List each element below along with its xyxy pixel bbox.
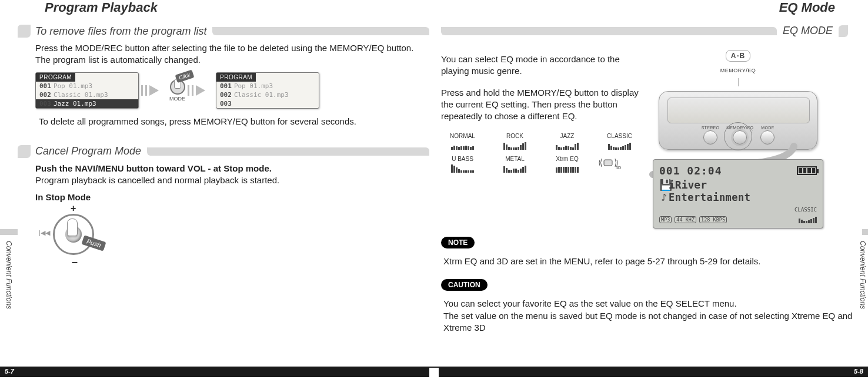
eq-grid: NORMAL ROCK JAZZ CLASSIC U BASS METAL Xt… xyxy=(441,133,641,173)
remove-para: Press the MODE/REC button after selectin… xyxy=(18,42,429,66)
eq-item-xtrm: Xtrm EQ xyxy=(546,156,589,173)
svg-rect-0 xyxy=(604,160,612,166)
eq-item-classic: CLASSIC xyxy=(598,133,641,150)
note-pill: NOTE xyxy=(441,237,475,248)
list-item-selected: 003Jazz 01.mp3 xyxy=(36,99,138,108)
program-illustration-row: PROGRAM 001Pop 01.mp3 002Classic 01.mp3 … xyxy=(35,72,429,109)
plus-icon: + xyxy=(71,203,76,214)
remove-para2: To delete all programmed songs, press ME… xyxy=(18,116,429,127)
eq-item-ubass: U BASS xyxy=(441,156,484,173)
eq-figure-column: A-B MEMORY/EQ STEREO MEMORY/EQ MODE 001 … xyxy=(653,50,823,229)
eq-item-3d: 3D xyxy=(598,156,641,173)
highlight-ring-icon xyxy=(724,122,752,150)
bullet-icon xyxy=(18,25,31,38)
bullet-icon xyxy=(839,25,848,37)
eq-item-jazz: JAZZ xyxy=(546,133,589,150)
section-remove-heading: To remove files from the program list xyxy=(18,25,429,38)
side-label-right: Convenient Functions xyxy=(859,241,867,309)
memory-eq-label: MEMORY/EQ xyxy=(720,68,756,73)
lcd-after: PROGRAM 001Pop 01.mp3 002Classic 01.mp3 … xyxy=(216,72,319,109)
disk-icon: 💾 xyxy=(659,179,669,191)
page-title-right: EQ Mode xyxy=(441,0,853,15)
side-tick-right xyxy=(862,229,868,235)
list-item: 001Pop 01.mp3 xyxy=(36,82,138,90)
list-item: 002Classic 01.mp3 xyxy=(216,90,319,99)
ab-label: A-B xyxy=(726,50,750,62)
chip-khz: 44 KHZ xyxy=(675,216,696,224)
lcd-track-time: 001 02:04 xyxy=(659,164,722,177)
lcd-before: PROGRAM 001Pop 01.mp3 002Classic 01.mp3 … xyxy=(35,72,139,109)
lcd-line2: ♪Entertainment xyxy=(659,192,817,203)
eq-item-normal: NORMAL xyxy=(441,133,484,150)
eq-item-rock: ROCK xyxy=(493,133,536,150)
eq-para1: You can select EQ mode in accordance to … xyxy=(441,53,641,78)
lcd-head: PROGRAM xyxy=(36,73,75,82)
section-line xyxy=(147,147,429,156)
mode-button-illustration: Click MODE xyxy=(169,79,185,102)
eq-item-metal: METAL xyxy=(493,156,536,173)
note-text: Xtrm EQ and 3D are set in the MENU, refe… xyxy=(443,256,853,267)
page-number-right: 5-8 xyxy=(849,367,868,376)
chip-mp3: MP3 xyxy=(659,216,672,224)
footer-bar-left: 5-7 xyxy=(0,367,429,377)
arrow-right-icon xyxy=(196,85,205,96)
footer-bar-right: 5-8 xyxy=(439,367,868,377)
caution-pill: CAUTION xyxy=(441,279,488,291)
finger-icon xyxy=(67,219,78,236)
section-cancel-label: Cancel Program Mode xyxy=(35,145,141,157)
prev-icon: |◀◀ xyxy=(39,229,50,237)
arrow-right-icon xyxy=(149,85,159,96)
note-icon: ♪ xyxy=(659,192,669,203)
list-item: 001Pop 01.mp3 xyxy=(216,82,319,90)
speaker-3d-icon: 3D xyxy=(598,156,620,169)
section-remove-label: To remove files from the program list xyxy=(35,25,206,38)
lcd-head: PROGRAM xyxy=(216,73,256,82)
section-cancel-heading: Cancel Program Mode xyxy=(18,145,429,158)
pointer-line-icon xyxy=(738,78,739,86)
battery-icon xyxy=(797,166,817,175)
page-left: Program Playback To remove files from th… xyxy=(18,0,429,377)
navi-illustration: + |◀◀ – Push xyxy=(35,206,123,270)
cancel-bold: Push the NAVI/MENU button toward VOL - a… xyxy=(35,163,272,173)
cancel-text: Program playback is cancelled and normal… xyxy=(35,175,279,185)
section-eq-heading: EQ MODE xyxy=(441,25,853,37)
player-button-stereo: STEREO xyxy=(702,126,720,145)
page-right: EQ Mode EQ MODE You can select EQ mode i… xyxy=(441,0,853,377)
page-title-left: Program Playback xyxy=(18,0,429,15)
lcd-chips: MP3 44 KHZ 128 KBPS xyxy=(659,216,727,224)
eq-para2: Press and hold the MEMORY/EQ button to d… xyxy=(441,87,641,123)
list-item: 003 xyxy=(216,99,319,108)
section-line xyxy=(212,27,429,35)
section-eq-label: EQ MODE xyxy=(783,25,833,37)
eq-text-column: You can select EQ mode in accordance to … xyxy=(441,50,641,179)
section-line xyxy=(441,27,777,35)
caution-text: You can select your favorite EQ as the s… xyxy=(443,298,853,334)
page-number-left: 5-7 xyxy=(0,367,19,376)
lcd-display: 001 02:04 💾iRiver ♪Entertainment MP3 44 … xyxy=(653,159,823,229)
bullet-icon xyxy=(18,145,31,158)
lcd-line1: 💾iRiver xyxy=(659,179,817,191)
cancel-para: Push the NAVI/MENU button toward VOL - a… xyxy=(18,163,429,187)
chip-kbps: 128 KBPS xyxy=(699,216,727,224)
side-tick-left xyxy=(0,229,18,235)
player-button-mode: MODE xyxy=(760,126,774,145)
player-illustration: STEREO MEMORY/EQ MODE xyxy=(659,91,817,150)
click-tag: Click xyxy=(175,69,194,82)
mode-caption: MODE xyxy=(169,96,185,102)
svg-text:3D: 3D xyxy=(616,166,621,170)
minus-icon: – xyxy=(72,256,78,268)
stop-mode-subhead: In Stop Mode xyxy=(35,192,429,202)
list-item: 002Classic 01.mp3 xyxy=(36,90,138,99)
lcd-eq-footer: CLASSIC xyxy=(794,207,817,223)
side-label-left: Convenient Functions xyxy=(5,241,13,309)
